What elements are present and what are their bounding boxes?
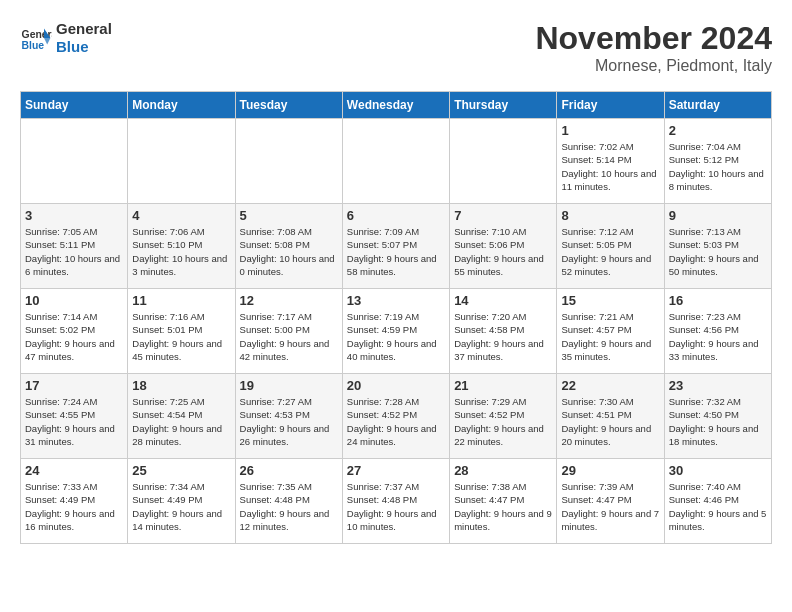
day-info: Sunrise: 7:13 AM Sunset: 5:03 PM Dayligh… [669,225,767,278]
day-info: Sunrise: 7:16 AM Sunset: 5:01 PM Dayligh… [132,310,230,363]
day-number: 15 [561,293,659,308]
logo-icon: General Blue [20,22,52,54]
day-number: 10 [25,293,123,308]
calendar-day-cell [128,119,235,204]
day-number: 17 [25,378,123,393]
day-info: Sunrise: 7:28 AM Sunset: 4:52 PM Dayligh… [347,395,445,448]
calendar-day-cell: 28Sunrise: 7:38 AM Sunset: 4:47 PM Dayli… [450,459,557,544]
day-number: 1 [561,123,659,138]
day-info: Sunrise: 7:33 AM Sunset: 4:49 PM Dayligh… [25,480,123,533]
day-number: 12 [240,293,338,308]
day-of-week-header: Sunday [21,92,128,119]
calendar-day-cell: 13Sunrise: 7:19 AM Sunset: 4:59 PM Dayli… [342,289,449,374]
day-number: 2 [669,123,767,138]
calendar-day-cell: 25Sunrise: 7:34 AM Sunset: 4:49 PM Dayli… [128,459,235,544]
day-number: 18 [132,378,230,393]
day-number: 7 [454,208,552,223]
day-number: 6 [347,208,445,223]
day-info: Sunrise: 7:38 AM Sunset: 4:47 PM Dayligh… [454,480,552,533]
day-number: 25 [132,463,230,478]
calendar-day-cell: 26Sunrise: 7:35 AM Sunset: 4:48 PM Dayli… [235,459,342,544]
day-info: Sunrise: 7:09 AM Sunset: 5:07 PM Dayligh… [347,225,445,278]
day-number: 21 [454,378,552,393]
day-number: 22 [561,378,659,393]
calendar-day-cell: 12Sunrise: 7:17 AM Sunset: 5:00 PM Dayli… [235,289,342,374]
day-number: 29 [561,463,659,478]
page-header: General Blue General Blue November 2024 … [20,20,772,75]
calendar-day-cell: 2Sunrise: 7:04 AM Sunset: 5:12 PM Daylig… [664,119,771,204]
day-number: 9 [669,208,767,223]
calendar-day-cell: 8Sunrise: 7:12 AM Sunset: 5:05 PM Daylig… [557,204,664,289]
calendar-day-cell: 1Sunrise: 7:02 AM Sunset: 5:14 PM Daylig… [557,119,664,204]
day-info: Sunrise: 7:24 AM Sunset: 4:55 PM Dayligh… [25,395,123,448]
day-of-week-header: Tuesday [235,92,342,119]
calendar-day-cell: 23Sunrise: 7:32 AM Sunset: 4:50 PM Dayli… [664,374,771,459]
calendar-day-cell: 29Sunrise: 7:39 AM Sunset: 4:47 PM Dayli… [557,459,664,544]
svg-text:Blue: Blue [22,40,45,51]
calendar-day-cell: 5Sunrise: 7:08 AM Sunset: 5:08 PM Daylig… [235,204,342,289]
title-block: November 2024 Mornese, Piedmont, Italy [535,20,772,75]
calendar-day-cell [235,119,342,204]
day-info: Sunrise: 7:14 AM Sunset: 5:02 PM Dayligh… [25,310,123,363]
day-info: Sunrise: 7:19 AM Sunset: 4:59 PM Dayligh… [347,310,445,363]
day-info: Sunrise: 7:25 AM Sunset: 4:54 PM Dayligh… [132,395,230,448]
calendar-day-cell: 7Sunrise: 7:10 AM Sunset: 5:06 PM Daylig… [450,204,557,289]
day-info: Sunrise: 7:21 AM Sunset: 4:57 PM Dayligh… [561,310,659,363]
calendar-day-cell: 24Sunrise: 7:33 AM Sunset: 4:49 PM Dayli… [21,459,128,544]
calendar-day-cell: 9Sunrise: 7:13 AM Sunset: 5:03 PM Daylig… [664,204,771,289]
day-info: Sunrise: 7:23 AM Sunset: 4:56 PM Dayligh… [669,310,767,363]
day-info: Sunrise: 7:10 AM Sunset: 5:06 PM Dayligh… [454,225,552,278]
day-number: 30 [669,463,767,478]
logo-line1: General [56,20,112,38]
day-info: Sunrise: 7:06 AM Sunset: 5:10 PM Dayligh… [132,225,230,278]
day-number: 14 [454,293,552,308]
logo: General Blue General Blue [20,20,112,56]
day-of-week-header: Friday [557,92,664,119]
calendar-day-cell: 11Sunrise: 7:16 AM Sunset: 5:01 PM Dayli… [128,289,235,374]
day-info: Sunrise: 7:37 AM Sunset: 4:48 PM Dayligh… [347,480,445,533]
calendar-day-cell: 17Sunrise: 7:24 AM Sunset: 4:55 PM Dayli… [21,374,128,459]
day-number: 3 [25,208,123,223]
calendar-day-cell: 14Sunrise: 7:20 AM Sunset: 4:58 PM Dayli… [450,289,557,374]
location: Mornese, Piedmont, Italy [535,57,772,75]
day-info: Sunrise: 7:02 AM Sunset: 5:14 PM Dayligh… [561,140,659,193]
day-info: Sunrise: 7:29 AM Sunset: 4:52 PM Dayligh… [454,395,552,448]
day-number: 4 [132,208,230,223]
calendar-day-cell: 27Sunrise: 7:37 AM Sunset: 4:48 PM Dayli… [342,459,449,544]
day-number: 24 [25,463,123,478]
day-of-week-header: Saturday [664,92,771,119]
day-info: Sunrise: 7:34 AM Sunset: 4:49 PM Dayligh… [132,480,230,533]
calendar-day-cell: 4Sunrise: 7:06 AM Sunset: 5:10 PM Daylig… [128,204,235,289]
calendar-table: SundayMondayTuesdayWednesdayThursdayFrid… [20,91,772,544]
calendar-day-cell: 30Sunrise: 7:40 AM Sunset: 4:46 PM Dayli… [664,459,771,544]
day-info: Sunrise: 7:12 AM Sunset: 5:05 PM Dayligh… [561,225,659,278]
day-number: 13 [347,293,445,308]
calendar-day-cell: 10Sunrise: 7:14 AM Sunset: 5:02 PM Dayli… [21,289,128,374]
calendar-day-cell: 20Sunrise: 7:28 AM Sunset: 4:52 PM Dayli… [342,374,449,459]
day-info: Sunrise: 7:35 AM Sunset: 4:48 PM Dayligh… [240,480,338,533]
day-number: 19 [240,378,338,393]
calendar-day-cell: 6Sunrise: 7:09 AM Sunset: 5:07 PM Daylig… [342,204,449,289]
day-info: Sunrise: 7:20 AM Sunset: 4:58 PM Dayligh… [454,310,552,363]
day-info: Sunrise: 7:30 AM Sunset: 4:51 PM Dayligh… [561,395,659,448]
day-info: Sunrise: 7:08 AM Sunset: 5:08 PM Dayligh… [240,225,338,278]
day-info: Sunrise: 7:32 AM Sunset: 4:50 PM Dayligh… [669,395,767,448]
calendar-day-cell [21,119,128,204]
day-info: Sunrise: 7:04 AM Sunset: 5:12 PM Dayligh… [669,140,767,193]
day-number: 20 [347,378,445,393]
day-number: 5 [240,208,338,223]
calendar-week-row: 3Sunrise: 7:05 AM Sunset: 5:11 PM Daylig… [21,204,772,289]
day-of-week-header: Thursday [450,92,557,119]
day-number: 26 [240,463,338,478]
calendar-day-cell: 22Sunrise: 7:30 AM Sunset: 4:51 PM Dayli… [557,374,664,459]
day-of-week-header: Wednesday [342,92,449,119]
day-number: 28 [454,463,552,478]
day-info: Sunrise: 7:40 AM Sunset: 4:46 PM Dayligh… [669,480,767,533]
calendar-week-row: 17Sunrise: 7:24 AM Sunset: 4:55 PM Dayli… [21,374,772,459]
day-info: Sunrise: 7:39 AM Sunset: 4:47 PM Dayligh… [561,480,659,533]
calendar-day-cell: 15Sunrise: 7:21 AM Sunset: 4:57 PM Dayli… [557,289,664,374]
day-number: 8 [561,208,659,223]
day-info: Sunrise: 7:17 AM Sunset: 5:00 PM Dayligh… [240,310,338,363]
calendar-week-row: 10Sunrise: 7:14 AM Sunset: 5:02 PM Dayli… [21,289,772,374]
calendar-day-cell [342,119,449,204]
